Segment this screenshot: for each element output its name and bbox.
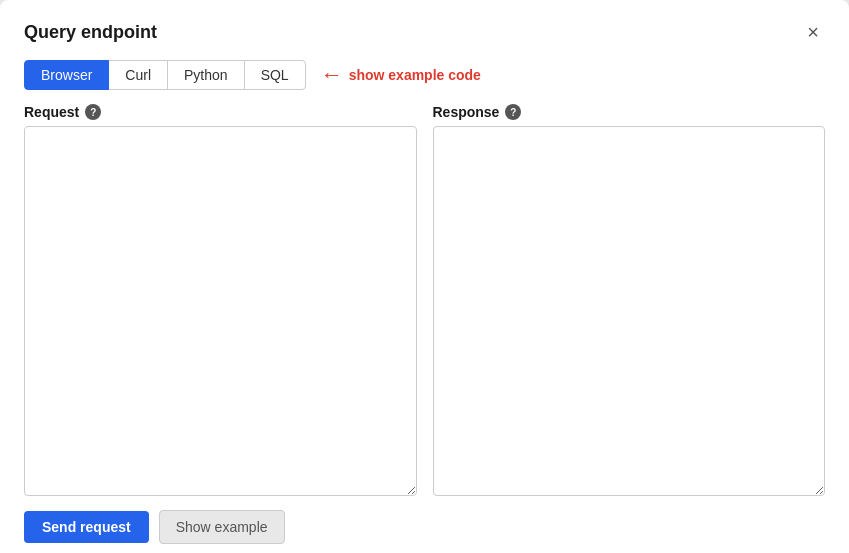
tabs-row: Browser Curl Python SQL ← show example c… — [24, 60, 825, 90]
modal-header: Query endpoint × — [24, 20, 825, 44]
tab-browser[interactable]: Browser — [24, 60, 109, 90]
footer-row: Send request Show example — [24, 510, 825, 544]
close-button[interactable]: × — [801, 20, 825, 44]
request-textarea[interactable] — [24, 126, 417, 496]
show-example-label: show example code — [349, 67, 481, 83]
panels-row: Request ? Response ? — [24, 104, 825, 496]
response-help-icon[interactable]: ? — [505, 104, 521, 120]
modal-title: Query endpoint — [24, 22, 157, 43]
response-textarea[interactable] — [433, 126, 826, 496]
show-example-arrow: ← show example code — [321, 64, 481, 86]
query-endpoint-modal: Query endpoint × Browser Curl Python SQL… — [0, 0, 849, 553]
tab-python[interactable]: Python — [167, 60, 245, 90]
response-panel: Response ? — [433, 104, 826, 496]
arrow-left-icon: ← — [321, 64, 343, 86]
show-example-button[interactable]: Show example — [159, 510, 285, 544]
response-label-text: Response — [433, 104, 500, 120]
request-help-icon[interactable]: ? — [85, 104, 101, 120]
send-request-button[interactable]: Send request — [24, 511, 149, 543]
request-label: Request ? — [24, 104, 417, 120]
response-label: Response ? — [433, 104, 826, 120]
request-label-text: Request — [24, 104, 79, 120]
request-panel: Request ? — [24, 104, 417, 496]
tab-curl[interactable]: Curl — [108, 60, 168, 90]
tab-sql[interactable]: SQL — [244, 60, 306, 90]
